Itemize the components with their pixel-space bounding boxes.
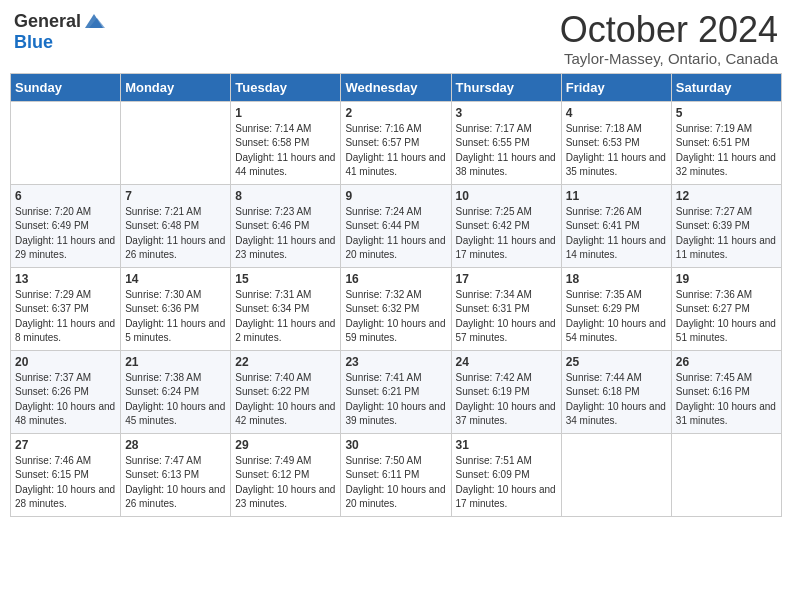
day-detail: Sunrise: 7:32 AM Sunset: 6:32 PM Dayligh…	[345, 288, 446, 346]
day-number: 11	[566, 189, 667, 203]
day-number: 17	[456, 272, 557, 286]
calendar-week-row: 20Sunrise: 7:37 AM Sunset: 6:26 PM Dayli…	[11, 350, 782, 433]
day-header-wednesday: Wednesday	[341, 73, 451, 101]
day-number: 14	[125, 272, 226, 286]
calendar-week-row: 27Sunrise: 7:46 AM Sunset: 6:15 PM Dayli…	[11, 433, 782, 516]
day-detail: Sunrise: 7:42 AM Sunset: 6:19 PM Dayligh…	[456, 371, 557, 429]
calendar-cell: 27Sunrise: 7:46 AM Sunset: 6:15 PM Dayli…	[11, 433, 121, 516]
day-detail: Sunrise: 7:27 AM Sunset: 6:39 PM Dayligh…	[676, 205, 777, 263]
calendar-cell: 20Sunrise: 7:37 AM Sunset: 6:26 PM Dayli…	[11, 350, 121, 433]
day-number: 5	[676, 106, 777, 120]
day-number: 15	[235, 272, 336, 286]
calendar-cell: 17Sunrise: 7:34 AM Sunset: 6:31 PM Dayli…	[451, 267, 561, 350]
title-area: October 2024 Taylor-Massey, Ontario, Can…	[560, 10, 778, 67]
day-number: 31	[456, 438, 557, 452]
day-number: 4	[566, 106, 667, 120]
day-header-sunday: Sunday	[11, 73, 121, 101]
day-number: 3	[456, 106, 557, 120]
day-detail: Sunrise: 7:24 AM Sunset: 6:44 PM Dayligh…	[345, 205, 446, 263]
page-header: General Blue October 2024 Taylor-Massey,…	[10, 10, 782, 67]
calendar-cell	[671, 433, 781, 516]
day-header-monday: Monday	[121, 73, 231, 101]
calendar-cell: 7Sunrise: 7:21 AM Sunset: 6:48 PM Daylig…	[121, 184, 231, 267]
logo: General Blue	[14, 10, 105, 53]
calendar-cell: 14Sunrise: 7:30 AM Sunset: 6:36 PM Dayli…	[121, 267, 231, 350]
day-number: 22	[235, 355, 336, 369]
day-number: 20	[15, 355, 116, 369]
calendar-table: SundayMondayTuesdayWednesdayThursdayFrid…	[10, 73, 782, 517]
day-detail: Sunrise: 7:30 AM Sunset: 6:36 PM Dayligh…	[125, 288, 226, 346]
calendar-cell: 26Sunrise: 7:45 AM Sunset: 6:16 PM Dayli…	[671, 350, 781, 433]
calendar-cell: 2Sunrise: 7:16 AM Sunset: 6:57 PM Daylig…	[341, 101, 451, 184]
day-detail: Sunrise: 7:19 AM Sunset: 6:51 PM Dayligh…	[676, 122, 777, 180]
day-header-tuesday: Tuesday	[231, 73, 341, 101]
day-detail: Sunrise: 7:14 AM Sunset: 6:58 PM Dayligh…	[235, 122, 336, 180]
day-detail: Sunrise: 7:41 AM Sunset: 6:21 PM Dayligh…	[345, 371, 446, 429]
day-number: 26	[676, 355, 777, 369]
logo-blue-text: Blue	[14, 32, 53, 53]
calendar-cell	[121, 101, 231, 184]
calendar-cell: 10Sunrise: 7:25 AM Sunset: 6:42 PM Dayli…	[451, 184, 561, 267]
day-number: 2	[345, 106, 446, 120]
calendar-cell: 4Sunrise: 7:18 AM Sunset: 6:53 PM Daylig…	[561, 101, 671, 184]
day-number: 18	[566, 272, 667, 286]
calendar-cell: 11Sunrise: 7:26 AM Sunset: 6:41 PM Dayli…	[561, 184, 671, 267]
day-detail: Sunrise: 7:26 AM Sunset: 6:41 PM Dayligh…	[566, 205, 667, 263]
day-detail: Sunrise: 7:46 AM Sunset: 6:15 PM Dayligh…	[15, 454, 116, 512]
day-detail: Sunrise: 7:49 AM Sunset: 6:12 PM Dayligh…	[235, 454, 336, 512]
day-detail: Sunrise: 7:51 AM Sunset: 6:09 PM Dayligh…	[456, 454, 557, 512]
calendar-cell: 5Sunrise: 7:19 AM Sunset: 6:51 PM Daylig…	[671, 101, 781, 184]
day-number: 1	[235, 106, 336, 120]
day-detail: Sunrise: 7:44 AM Sunset: 6:18 PM Dayligh…	[566, 371, 667, 429]
calendar-cell: 18Sunrise: 7:35 AM Sunset: 6:29 PM Dayli…	[561, 267, 671, 350]
month-title: October 2024	[560, 10, 778, 50]
day-number: 25	[566, 355, 667, 369]
day-header-friday: Friday	[561, 73, 671, 101]
logo-icon	[83, 10, 105, 32]
calendar-cell: 29Sunrise: 7:49 AM Sunset: 6:12 PM Dayli…	[231, 433, 341, 516]
calendar-cell	[11, 101, 121, 184]
calendar-cell: 25Sunrise: 7:44 AM Sunset: 6:18 PM Dayli…	[561, 350, 671, 433]
day-detail: Sunrise: 7:37 AM Sunset: 6:26 PM Dayligh…	[15, 371, 116, 429]
day-detail: Sunrise: 7:40 AM Sunset: 6:22 PM Dayligh…	[235, 371, 336, 429]
day-number: 9	[345, 189, 446, 203]
day-number: 27	[15, 438, 116, 452]
day-number: 12	[676, 189, 777, 203]
day-number: 30	[345, 438, 446, 452]
calendar-cell: 24Sunrise: 7:42 AM Sunset: 6:19 PM Dayli…	[451, 350, 561, 433]
day-number: 7	[125, 189, 226, 203]
day-detail: Sunrise: 7:29 AM Sunset: 6:37 PM Dayligh…	[15, 288, 116, 346]
calendar-cell: 12Sunrise: 7:27 AM Sunset: 6:39 PM Dayli…	[671, 184, 781, 267]
calendar-cell: 6Sunrise: 7:20 AM Sunset: 6:49 PM Daylig…	[11, 184, 121, 267]
day-detail: Sunrise: 7:36 AM Sunset: 6:27 PM Dayligh…	[676, 288, 777, 346]
day-detail: Sunrise: 7:18 AM Sunset: 6:53 PM Dayligh…	[566, 122, 667, 180]
day-detail: Sunrise: 7:35 AM Sunset: 6:29 PM Dayligh…	[566, 288, 667, 346]
day-detail: Sunrise: 7:17 AM Sunset: 6:55 PM Dayligh…	[456, 122, 557, 180]
day-number: 29	[235, 438, 336, 452]
calendar-week-row: 6Sunrise: 7:20 AM Sunset: 6:49 PM Daylig…	[11, 184, 782, 267]
day-number: 28	[125, 438, 226, 452]
day-header-saturday: Saturday	[671, 73, 781, 101]
day-number: 24	[456, 355, 557, 369]
day-detail: Sunrise: 7:38 AM Sunset: 6:24 PM Dayligh…	[125, 371, 226, 429]
day-number: 13	[15, 272, 116, 286]
calendar-cell: 19Sunrise: 7:36 AM Sunset: 6:27 PM Dayli…	[671, 267, 781, 350]
calendar-cell: 8Sunrise: 7:23 AM Sunset: 6:46 PM Daylig…	[231, 184, 341, 267]
day-detail: Sunrise: 7:25 AM Sunset: 6:42 PM Dayligh…	[456, 205, 557, 263]
day-number: 8	[235, 189, 336, 203]
day-number: 23	[345, 355, 446, 369]
calendar-cell: 28Sunrise: 7:47 AM Sunset: 6:13 PM Dayli…	[121, 433, 231, 516]
day-number: 16	[345, 272, 446, 286]
day-number: 21	[125, 355, 226, 369]
logo-general-text: General	[14, 11, 81, 32]
day-detail: Sunrise: 7:34 AM Sunset: 6:31 PM Dayligh…	[456, 288, 557, 346]
calendar-cell: 15Sunrise: 7:31 AM Sunset: 6:34 PM Dayli…	[231, 267, 341, 350]
location-title: Taylor-Massey, Ontario, Canada	[560, 50, 778, 67]
day-header-thursday: Thursday	[451, 73, 561, 101]
day-detail: Sunrise: 7:31 AM Sunset: 6:34 PM Dayligh…	[235, 288, 336, 346]
calendar-cell: 1Sunrise: 7:14 AM Sunset: 6:58 PM Daylig…	[231, 101, 341, 184]
day-detail: Sunrise: 7:16 AM Sunset: 6:57 PM Dayligh…	[345, 122, 446, 180]
day-detail: Sunrise: 7:45 AM Sunset: 6:16 PM Dayligh…	[676, 371, 777, 429]
day-detail: Sunrise: 7:20 AM Sunset: 6:49 PM Dayligh…	[15, 205, 116, 263]
calendar-cell	[561, 433, 671, 516]
